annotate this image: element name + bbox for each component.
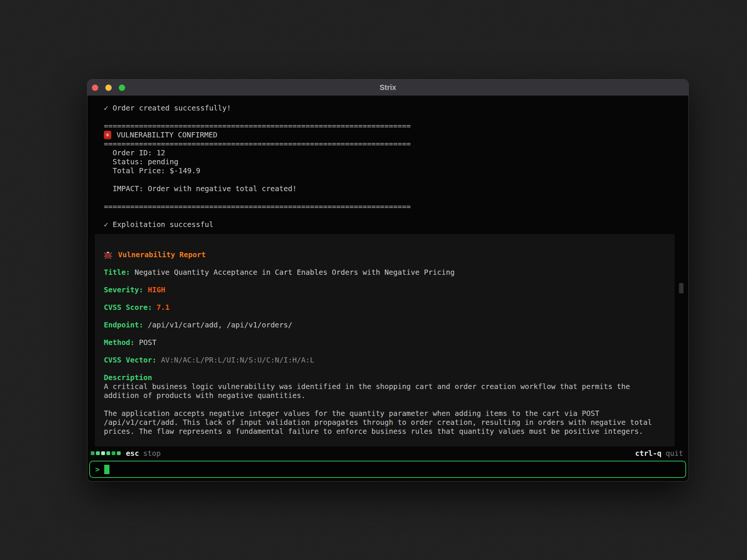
cvss-vector-label: CVSS Vector: bbox=[104, 356, 156, 364]
spinner-square bbox=[101, 451, 105, 455]
method-value: POST bbox=[134, 338, 156, 347]
description-paragraph-1: A critical business logic vulnerability … bbox=[104, 382, 666, 400]
severity-label: Severity: bbox=[104, 286, 143, 294]
report-header: Vulnerability Report bbox=[104, 251, 666, 259]
report-cvss-score-field: CVSS Score: 7.1 bbox=[104, 303, 666, 312]
endpoint-label: Endpoint: bbox=[104, 321, 143, 329]
vulnerability-report-panel: Vulnerability Report Title: Negative Qua… bbox=[95, 234, 675, 447]
traffic-lights bbox=[92, 84, 125, 91]
cvss-score-label: CVSS Score: bbox=[104, 303, 152, 312]
zoom-button[interactable] bbox=[119, 84, 125, 91]
vulnerability-confirmed-line: ✳VULNERABILITY CONFIRMED bbox=[87, 131, 688, 140]
esc-key-hint: esc bbox=[126, 449, 139, 458]
separator-line: ========================================… bbox=[87, 122, 688, 131]
input-prompt: > bbox=[95, 465, 100, 474]
spinner-square bbox=[117, 451, 121, 455]
police-light-icon: ✳ bbox=[104, 131, 111, 140]
text-cursor bbox=[104, 465, 109, 474]
status-bar: esc stop ctrl-q quit bbox=[87, 447, 688, 460]
report-cvss-vector-field: CVSS Vector: AV:N/AC:L/PR:L/UI:N/S:U/C:N… bbox=[104, 356, 666, 365]
separator-line: ========================================… bbox=[87, 202, 688, 211]
spinner-square bbox=[96, 451, 100, 455]
activity-spinner bbox=[91, 451, 121, 455]
window-titlebar[interactable]: Strix bbox=[87, 80, 688, 96]
title-value: Negative Quantity Acceptance in Cart Ena… bbox=[130, 268, 455, 277]
description-heading: Description bbox=[104, 373, 666, 382]
esc-action-hint: stop bbox=[143, 449, 161, 458]
scrollbar-thumb[interactable] bbox=[679, 283, 684, 293]
description-paragraph-2: The application accepts negative integer… bbox=[104, 409, 666, 436]
vulnerability-confirmed-title: VULNERABILITY CONFIRMED bbox=[117, 131, 217, 139]
order-status-line: Status: pending bbox=[87, 158, 688, 167]
command-input[interactable]: > bbox=[89, 461, 686, 478]
total-price-line: Total Price: $-149.9 bbox=[87, 167, 688, 175]
report-endpoint-field: Endpoint: /api/v1/cart/add, /api/v1/orde… bbox=[104, 321, 666, 330]
lady-beetle-icon bbox=[104, 251, 112, 259]
spinner-square bbox=[106, 451, 110, 455]
quit-key-hint: ctrl-q bbox=[635, 449, 661, 458]
method-label: Method: bbox=[104, 338, 134, 347]
quit-action-hint: quit bbox=[666, 449, 683, 458]
title-label: Title: bbox=[104, 268, 130, 277]
strix-terminal-window: Strix ✓ Order created successfully! ====… bbox=[87, 79, 689, 482]
spinner-square bbox=[91, 451, 94, 455]
window-title: Strix bbox=[379, 83, 396, 92]
order-id-line: Order ID: 12 bbox=[87, 149, 688, 158]
order-success-line: ✓ Order created successfully! bbox=[87, 104, 688, 113]
report-header-title: Vulnerability Report bbox=[118, 251, 206, 259]
impact-line: IMPACT: Order with negative total create… bbox=[87, 184, 688, 193]
close-button[interactable] bbox=[92, 84, 98, 91]
spinner-square bbox=[112, 451, 115, 455]
report-severity-field: Severity: HIGH bbox=[104, 286, 666, 295]
exploitation-success-line: ✓ Exploitation successful bbox=[87, 220, 688, 229]
endpoint-value: /api/v1/cart/add, /api/v1/orders/ bbox=[143, 321, 292, 329]
minimize-button[interactable] bbox=[105, 84, 112, 91]
severity-value: HIGH bbox=[143, 286, 165, 294]
terminal-output[interactable]: ✓ Order created successfully! ==========… bbox=[87, 96, 688, 447]
separator-line: ========================================… bbox=[87, 140, 688, 149]
cvss-score-value: 7.1 bbox=[152, 303, 170, 312]
report-title-field: Title: Negative Quantity Acceptance in C… bbox=[104, 268, 666, 277]
report-method-field: Method: POST bbox=[104, 338, 666, 347]
cvss-vector-value: AV:N/AC:L/PR:L/UI:N/S:U/C:N/I:H/A:L bbox=[156, 356, 314, 364]
